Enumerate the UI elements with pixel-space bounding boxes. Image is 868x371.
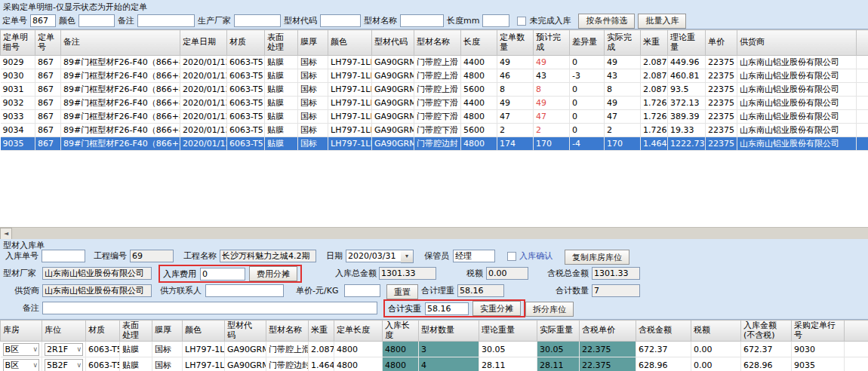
inbound-row[interactable]: B区∨2R1F∨6063-T5贴膜国标LH797-1LL0GA90GRM03门带…	[1, 342, 868, 357]
column-header[interactable]: 差异量	[570, 30, 605, 56]
column-header[interactable]: 理论重量	[668, 30, 706, 56]
order-row[interactable]: 903086789#门框型材F26-F40（866+867）2020/01/13…	[1, 69, 868, 83]
unfinished-inbound-checkbox[interactable]	[517, 17, 526, 26]
cell: 2	[534, 124, 570, 137]
column-header[interactable]: 定单数量	[497, 30, 534, 56]
order-row[interactable]: 902986789#门框型材F26-F40（866+867）2020/01/13…	[1, 56, 868, 69]
column-header[interactable]: 型材名称	[266, 320, 309, 342]
column-header[interactable]: 含税金额	[636, 320, 691, 342]
cell-dropdown[interactable]: 5B2F∨	[45, 359, 83, 371]
cell: 22375	[706, 97, 737, 110]
scroll-left-icon[interactable]: ◄	[0, 228, 12, 240]
filter-profile-code-label: 型材代码	[284, 15, 317, 26]
filter-length-input[interactable]	[482, 14, 509, 27]
split-location-button[interactable]: 拆分库位	[525, 302, 574, 317]
filter-by-condition-button[interactable]: 按条件筛选	[578, 14, 635, 29]
column-header[interactable]: 入库长度	[383, 320, 419, 342]
order-table-area: 定单明细号定单号备注定单日期材质表面处理膜厚颜色型材代码型材名称长度定单数量预计…	[0, 29, 868, 227]
cell-dropdown[interactable]: B区∨	[3, 359, 40, 371]
filter-profile-name-input[interactable]	[400, 14, 444, 27]
total-theory-weight-input[interactable]	[457, 284, 504, 297]
project-no-input[interactable]	[130, 250, 174, 262]
filter-manufacturer-input[interactable]	[234, 14, 281, 27]
column-header[interactable]: 膜厚	[152, 320, 183, 342]
column-header[interactable]: 表面处理	[120, 320, 152, 342]
copy-warehouse-location-button[interactable]: 复制库房库位	[565, 250, 629, 265]
column-header[interactable]: 膜厚	[298, 30, 328, 56]
inbound-row[interactable]: B区∨5B2F∨6063-T5贴膜国标LH797-1LL0GA90GRM05门带…	[1, 357, 868, 371]
batch-inbound-button[interactable]: 批量入库	[638, 14, 686, 29]
column-header[interactable]: 长度	[461, 30, 497, 56]
order-row[interactable]: 903586789#门框型材F26-F40（866+867）2020/01/13…	[1, 137, 868, 151]
column-header[interactable]: 税额	[691, 320, 741, 342]
total-actual-weight-input[interactable]	[425, 302, 469, 315]
column-header[interactable]: 定单长度	[334, 320, 383, 342]
date-input[interactable]	[346, 250, 402, 262]
manufacturer-input[interactable]	[42, 267, 152, 280]
column-header[interactable]: 米重	[641, 30, 668, 56]
filter-order-no-input[interactable]	[30, 14, 56, 27]
keeper-input[interactable]	[453, 250, 495, 262]
cell: 2020/01/13	[180, 124, 227, 137]
column-header[interactable]: 定单明细号	[1, 30, 35, 56]
column-header[interactable]: 定单号	[35, 30, 61, 56]
column-header[interactable]: 型材代码	[372, 30, 414, 56]
fee-input[interactable]	[200, 268, 245, 281]
cell: 49	[534, 56, 570, 69]
app-window: 采购定单明细-仅显示状态为开始的定单 定单号 颜色 备注 生产厂家 型材代码 型…	[0, 0, 868, 371]
cell: 628.96	[741, 357, 792, 371]
project-name-input[interactable]	[220, 250, 316, 262]
column-header[interactable]: 颜色	[183, 320, 225, 342]
project-no-label: 工程编号	[94, 250, 127, 263]
column-header[interactable]: 实际重量	[537, 320, 580, 342]
filter-remark-input[interactable]	[137, 14, 195, 27]
column-header[interactable]: 定单日期	[180, 30, 227, 56]
supplier-input[interactable]	[42, 284, 152, 297]
supplier-contact-input[interactable]	[205, 284, 284, 297]
column-header[interactable]: 库房	[1, 320, 42, 342]
cell: 1.464	[641, 137, 668, 151]
column-header[interactable]: 供货商	[737, 30, 857, 56]
actual-weight-split-button[interactable]: 实重分摊	[472, 301, 521, 316]
total-qty-input[interactable]	[592, 284, 640, 297]
column-header[interactable]: 型材代码	[225, 320, 266, 342]
receipt-no-input[interactable]	[42, 250, 85, 262]
reset-button[interactable]: 重置	[386, 284, 418, 299]
order-table-hscrollbar[interactable]: ◄	[0, 227, 868, 239]
remark-input[interactable]	[42, 302, 377, 314]
cell	[857, 124, 868, 137]
column-header[interactable]: 实际完成	[605, 30, 641, 56]
column-header[interactable]: 材质	[86, 320, 120, 342]
column-header[interactable]: 备注	[61, 30, 180, 56]
order-row[interactable]: 903186789#门框型材F26-F40（866+867）2020/01/13…	[1, 83, 868, 97]
unit-price-input[interactable]	[344, 284, 380, 297]
fee-split-button[interactable]: 费用分摊	[249, 266, 297, 281]
cell-dropdown[interactable]: B区∨	[3, 343, 40, 356]
column-header[interactable]: 预计完成	[534, 30, 570, 56]
column-header[interactable]: 型材数量	[419, 320, 479, 342]
column-header[interactable]: 含税单价	[580, 320, 636, 342]
column-header[interactable]: 颜色	[328, 30, 372, 56]
date-dropdown-icon[interactable]: ▾	[401, 250, 414, 263]
order-row[interactable]: 903486789#门框型材F26-F40（866+867）2020/01/13…	[1, 124, 868, 137]
column-header[interactable]: 采购定单行号	[792, 320, 845, 342]
order-row[interactable]: 903286789#门框型材F26-F40（866+867）2020/01/13…	[1, 97, 868, 110]
column-header[interactable]: 理论重量	[479, 320, 537, 342]
column-header[interactable]: 材质	[227, 30, 265, 56]
column-header[interactable]: 入库金额(不含税)	[741, 320, 792, 342]
cell	[857, 69, 868, 83]
cell-dropdown[interactable]: 2R1F∨	[45, 343, 83, 356]
total-amount-input[interactable]	[379, 267, 436, 280]
column-header[interactable]: 库位	[42, 320, 86, 342]
filter-profile-code-input[interactable]	[320, 14, 361, 27]
column-header[interactable]: 表面处理	[265, 30, 298, 56]
total-with-tax-input[interactable]	[592, 267, 640, 280]
filter-color-input[interactable]	[78, 14, 115, 27]
cell: 5B2F∨	[42, 357, 86, 371]
column-header[interactable]: 单价	[706, 30, 737, 56]
column-header[interactable]: 型材名称	[414, 30, 461, 56]
tax-input[interactable]	[486, 267, 528, 280]
order-row[interactable]: 903386789#门框型材F26-F40（866+867）2020/01/13…	[1, 110, 868, 124]
inbound-confirm-checkbox[interactable]	[507, 252, 516, 261]
column-header[interactable]: 米重	[309, 320, 334, 342]
